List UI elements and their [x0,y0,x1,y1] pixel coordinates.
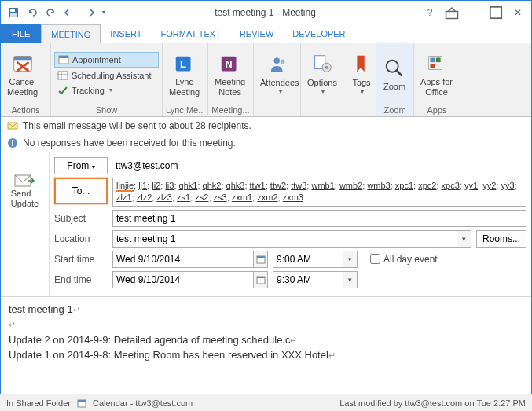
appointment-button[interactable]: Appointment [54,52,159,68]
recipient[interactable]: lj1 [138,181,147,190]
recipient[interactable]: zxm1 [232,193,252,202]
status-modified: Last modified by ttw3@test.com on Tue 2:… [339,398,526,408]
tracking-button[interactable]: Tracking▾ [54,83,159,97]
recipient[interactable]: zlz1 [116,193,132,202]
recipient[interactable]: zxm3 [283,193,303,202]
tab-insert[interactable]: INSERT [101,24,151,43]
svg-rect-11 [58,72,68,79]
svg-point-18 [273,58,280,64]
start-time-dropdown-icon[interactable]: ▾ [343,251,358,268]
svg-rect-4 [490,6,501,17]
end-time-dropdown-icon[interactable]: ▾ [343,271,358,288]
start-date-picker-icon[interactable] [254,251,268,268]
recipient[interactable]: ttw3 [291,181,306,190]
ribbon-options-icon[interactable] [445,6,459,20]
recipient[interactable]: xpc3 [442,181,460,190]
recipient[interactable]: li3 [165,181,174,190]
recipient[interactable]: zlz2 [137,193,152,202]
svg-rect-29 [431,64,435,68]
zoom-button[interactable]: Zoom [380,55,409,93]
window-title: test meeting 1 - Meeting [108,7,423,18]
meeting-notes-button[interactable]: N Meeting Notes [211,50,248,97]
recipient[interactable]: ttw2 [270,181,286,190]
tags-button[interactable]: Tags▾ [347,51,376,97]
group-label-show: Show [54,104,159,116]
qat-next-icon[interactable] [81,5,97,20]
location-input[interactable] [112,230,457,248]
svg-rect-2 [10,13,17,17]
options-button[interactable]: Options▾ [304,51,340,97]
svg-point-22 [325,66,328,69]
svg-rect-3 [446,11,458,18]
cancel-meeting-button[interactable]: Cancel Meeting [4,50,41,97]
svg-rect-37 [257,277,265,278]
from-button[interactable]: From ▾ [54,157,108,174]
start-time-input[interactable] [273,251,343,268]
svg-rect-10 [59,56,68,58]
to-field[interactable]: linjie; lj1; li2; li3; qhk1; qhk2; qhk3;… [112,178,526,207]
qat-customize-icon[interactable]: ▾ [100,5,108,20]
attendees-button[interactable]: Attendees▾ [257,51,303,97]
to-button[interactable]: To... [54,178,108,204]
location-dropdown-icon[interactable]: ▾ [457,230,471,248]
qat-prev-icon[interactable] [62,5,78,20]
tab-meeting[interactable]: MEETING [41,24,101,43]
lync-meeting-button[interactable]: L Lync Meeting [166,50,203,97]
svg-rect-39 [78,400,86,402]
qat-undo-icon[interactable] [24,5,40,20]
recipient[interactable]: xpc1 [395,181,413,190]
recipient[interactable]: yy3 [501,181,514,190]
recipient[interactable]: zs2 [195,193,208,202]
subject-input[interactable] [112,210,526,227]
recipient[interactable]: qhk1 [179,181,198,190]
info-recipient-count: This email message will be sent to about… [1,117,531,134]
svg-text:L: L [180,58,186,70]
recipient[interactable]: qhk3 [226,181,245,190]
tab-file[interactable]: FILE [1,24,41,43]
end-date-input[interactable] [112,271,254,288]
recipient[interactable]: wmb1 [311,181,334,190]
svg-text:i: i [12,139,14,148]
all-day-checkbox[interactable]: All day event [370,254,438,265]
recipient[interactable]: zs3 [214,193,227,202]
recipient[interactable]: li2 [152,181,160,190]
tab-review[interactable]: REVIEW [230,24,283,43]
scheduling-assistant-button[interactable]: Scheduling Assistant [54,68,159,83]
rooms-button[interactable]: Rooms... [476,230,526,248]
recipient[interactable]: wmb2 [339,181,362,190]
recipient[interactable]: zs1 [177,193,190,202]
recipient[interactable]: qhk2 [203,181,222,190]
subject-label: Subject [54,213,108,224]
help-icon[interactable]: ? [423,6,437,20]
end-time-input[interactable] [273,271,343,288]
meeting-body-editor[interactable]: test meeting 1 Update 2 on 2014-9-9: Det… [1,297,531,363]
group-label-actions: Actions [4,104,47,116]
recipient[interactable]: zxm2 [257,193,277,202]
recipient[interactable]: zlz3 [156,193,172,202]
apps-for-office-button[interactable]: Apps for Office [417,50,456,97]
recipient[interactable]: yy1 [464,181,478,190]
recipient[interactable]: xpc2 [418,181,436,190]
tab-format-text[interactable]: FORMAT TEXT [152,24,230,43]
send-update-button[interactable]: Send Update [11,173,39,209]
end-date-picker-icon[interactable] [254,271,268,288]
maximize-icon[interactable] [489,6,503,20]
location-label: Location [54,233,108,244]
recipient[interactable]: linjie [116,181,134,192]
minimize-icon[interactable]: — [467,6,481,20]
group-label-lync: Lync Me... [166,104,204,116]
start-date-input[interactable] [112,251,254,268]
from-value [112,157,526,174]
status-calendar: Calendar - ttw3@test.com [93,398,193,408]
tab-developer[interactable]: DEVELOPER [283,24,354,43]
svg-rect-28 [436,58,441,63]
recipient[interactable]: wmb3 [367,181,390,190]
qat-redo-icon[interactable] [43,5,59,20]
svg-point-24 [387,61,398,72]
qat-save-icon[interactable] [6,5,21,20]
mail-icon [7,120,18,131]
recipient[interactable]: yy2 [482,181,496,190]
recipient[interactable]: ttw1 [250,181,266,190]
group-label-zoom: Zoom [380,104,410,116]
close-icon[interactable]: ✕ [511,6,525,20]
